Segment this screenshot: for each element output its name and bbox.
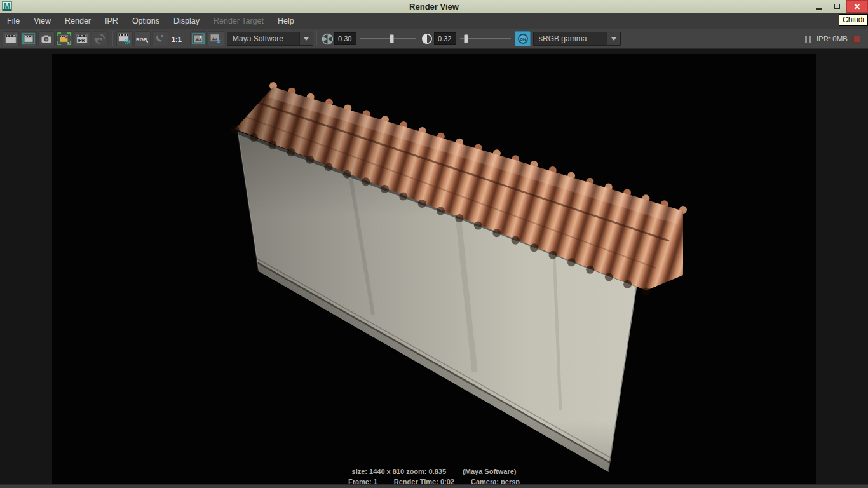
gamma-field[interactable]: 0.32 [434, 32, 456, 45]
snapshot-button[interactable] [38, 31, 55, 46]
exposure-slider[interactable] [359, 31, 417, 46]
rendered-image[interactable] [52, 54, 816, 484]
keep-image-button[interactable] [190, 31, 207, 46]
render-region-icon: s [57, 32, 71, 45]
render-current-frame-button[interactable] [3, 31, 19, 46]
svg-text:ON: ON [520, 37, 526, 41]
toolbar-separator [112, 31, 113, 46]
svg-text:1:1: 1:1 [172, 36, 182, 43]
color-transform-dropdown[interactable]: sRGB gamma [533, 32, 621, 46]
status-size-zoom: size: 1440 x 810 zoom: 0.835 [352, 466, 447, 477]
render-view-window: M Render View ✕ Chiudi File View Render … [0, 0, 868, 488]
svg-text:IPR: IPR [78, 38, 85, 43]
status-renderer: (Maya Software) [463, 466, 516, 477]
dropdown-arrow-icon[interactable] [607, 32, 620, 45]
menu-ipr[interactable]: IPR [98, 13, 125, 29]
keep-image-icon [192, 33, 205, 44]
rgb-channels-button[interactable]: RGB [134, 31, 151, 46]
refresh-ipr-button: IPR [92, 31, 108, 46]
menu-display[interactable]: Display [166, 13, 207, 29]
render-toolbar: s IPR IPR [0, 29, 868, 49]
redo-render-icon [22, 33, 35, 44]
menu-view[interactable]: View [27, 13, 58, 29]
rgb-channels-icon: RGB [135, 34, 149, 43]
remove-image-icon: ✕ [210, 33, 222, 44]
one-to-one-icon: 1:1 [171, 34, 187, 44]
renderer-dropdown-value: Maya Software [233, 34, 283, 43]
close-tooltip: Chiudi [839, 14, 868, 26]
ipr-memory-label: IPR: 0MB [817, 35, 848, 43]
menu-render-target: Render Target [207, 13, 271, 29]
menu-help[interactable]: Help [271, 13, 301, 29]
dropdown-arrow-icon[interactable] [299, 32, 313, 45]
alpha-channel-button[interactable] [152, 31, 168, 46]
window-title: Render View [0, 2, 868, 11]
render-settings-icon [118, 33, 131, 44]
minimize-button[interactable] [810, 0, 828, 13]
exposure-field[interactable]: 0.30 [334, 32, 356, 45]
svg-text:✕: ✕ [216, 38, 221, 44]
ipr-render-icon: IPR [76, 34, 88, 44]
titlebar: M Render View ✕ [0, 0, 868, 13]
maximize-button[interactable] [828, 0, 846, 13]
color-management-toggle[interactable]: ON [515, 31, 531, 46]
gamma-slider[interactable] [459, 31, 512, 46]
one-to-one-button[interactable]: 1:1 [170, 31, 189, 46]
render-settings-button[interactable] [116, 31, 133, 46]
renderer-dropdown[interactable]: Maya Software [227, 32, 313, 46]
window-bottom-edge [0, 484, 868, 488]
color-transform-value: sRGB gamma [539, 34, 587, 43]
gamma-slider-handle[interactable] [464, 34, 468, 43]
on-icon: ON [517, 33, 529, 44]
stop-ipr-icon[interactable] [853, 36, 860, 43]
toolbar-separator [316, 31, 317, 46]
render-panel: size: 1440 x 810 zoom: 0.835 (Maya Softw… [0, 49, 868, 488]
render-scene [52, 54, 816, 484]
exposure-icon [320, 31, 334, 46]
camera-icon [41, 34, 52, 44]
svg-text:s: s [67, 41, 70, 44]
menu-options[interactable]: Options [125, 13, 166, 29]
ipr-render-button[interactable]: IPR [74, 31, 90, 46]
menu-file[interactable]: File [0, 13, 27, 29]
render-icon [5, 34, 17, 44]
pause-ipr-icon[interactable] [805, 36, 811, 43]
remove-image-button[interactable]: ✕ [208, 31, 224, 46]
refresh-ipr-icon: IPR [93, 33, 106, 44]
menu-render[interactable]: Render [58, 13, 98, 29]
redo-previous-render-button[interactable] [20, 31, 37, 46]
alpha-channel-icon [154, 34, 166, 44]
render-region-button[interactable]: s [56, 31, 72, 46]
exposure-slider-track[interactable] [360, 38, 416, 39]
exposure-slider-handle[interactable] [390, 34, 394, 43]
gamma-icon [420, 31, 434, 46]
menubar: File View Render IPR Options Display Ren… [0, 13, 868, 29]
svg-text:IPR: IPR [96, 37, 103, 41]
close-button[interactable]: ✕ [846, 0, 868, 13]
